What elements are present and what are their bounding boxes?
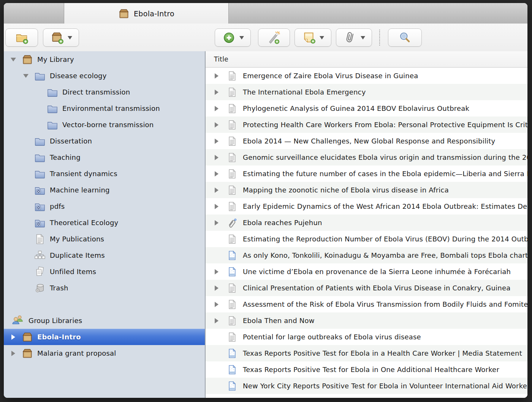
triangle-glyph: [11, 334, 15, 340]
title-column-header[interactable]: Title: [206, 51, 527, 68]
add-by-identifier-button[interactable]: [258, 28, 290, 47]
sidebar-item-malaria-grant-proposal[interactable]: Malaria grant proposal: [4, 345, 205, 361]
disclosure-right-icon[interactable]: [215, 171, 222, 177]
disclosure-right-icon[interactable]: [215, 302, 222, 307]
disclosure-right-icon[interactable]: [215, 106, 222, 111]
sidebar-item-label: My Library: [37, 55, 74, 63]
table-row[interactable]: Clinical Presentation of Patients with E…: [206, 280, 527, 296]
sidebar-item-transient-dynamics[interactable]: Transient dynamics: [4, 166, 205, 182]
advanced-search-button[interactable]: [388, 28, 422, 47]
triangle-glyph: [215, 90, 218, 95]
sidebar-item-vector-borne-transmission[interactable]: Vector-borne transmission: [4, 117, 205, 133]
disclosure-right-icon[interactable]: [9, 334, 17, 340]
sidebar-item-unfiled-items[interactable]: Unfiled Items: [4, 263, 205, 280]
document-icon: [227, 87, 238, 98]
document-icon: [227, 332, 238, 342]
sidebar-item-environmental-transmission[interactable]: Environmental transmission: [4, 100, 205, 117]
new-collection-button[interactable]: [5, 28, 38, 47]
wand-icon: [267, 31, 281, 45]
new-note-button[interactable]: [294, 28, 331, 47]
table-row[interactable]: Mapping the zoonotic niche of Ebola viru…: [206, 182, 527, 198]
disclosure-right-icon[interactable]: [215, 122, 222, 128]
disclosure-down-icon[interactable]: [22, 74, 30, 78]
table-row[interactable]: Ebola reaches Pujehun: [206, 214, 527, 231]
tab-bar: Ebola-Intro: [4, 3, 527, 24]
tab-ebola-intro[interactable]: Ebola-Intro: [64, 3, 229, 24]
table-row[interactable]: New York City Reports Positive Test for …: [206, 378, 527, 394]
table-row[interactable]: Emergence of Zaire Ebola Virus Disease i…: [206, 68, 527, 84]
triangle-glyph: [215, 285, 218, 291]
table-row[interactable]: Protecting Health Care Workers From Ebol…: [206, 117, 527, 133]
item-title: Mapping the zoonotic niche of Ebola viru…: [243, 186, 449, 194]
sidebar-item-theoretical-ecology[interactable]: Theoretical Ecology: [4, 214, 205, 231]
smart-folder-icon: [34, 201, 46, 212]
sidebar-item-machine-learning[interactable]: Machine learning: [4, 182, 205, 198]
folder-icon: [34, 152, 46, 163]
sidebar-item-ebola-intro[interactable]: Ebola-Intro: [4, 329, 205, 345]
table-row[interactable]: [206, 394, 527, 398]
folder-plus-icon: [15, 31, 29, 45]
sidebar-item-teaching[interactable]: Teaching: [4, 149, 205, 166]
table-row[interactable]: Ebola 2014 — New Challenges, New Global …: [206, 133, 527, 149]
document-icon: [34, 233, 46, 245]
disclosure-right-icon[interactable]: [215, 220, 222, 225]
table-row[interactable]: Potential for large outbreaks of Ebola v…: [206, 329, 527, 345]
trash-icon: [34, 282, 46, 294]
sidebar-item-label: Ebola-Intro: [37, 333, 81, 341]
disclosure-down-icon[interactable]: [9, 58, 17, 61]
zotero-window: Ebola-Intro My LibraryDisease ecologyDir…: [4, 3, 527, 398]
folder-icon: [34, 168, 46, 180]
folder-icon: [34, 136, 46, 147]
disclosure-right-icon[interactable]: [215, 269, 222, 274]
add-attachment-button[interactable]: [336, 28, 372, 47]
table-row[interactable]: Texas Reports Positive Test for Ebola in…: [206, 345, 527, 361]
disclosure-right-icon[interactable]: [215, 204, 222, 209]
table-row[interactable]: Estimating the future number of cases in…: [206, 166, 527, 182]
table-row[interactable]: Assessment of the Risk of Ebola Virus Tr…: [206, 296, 527, 312]
table-row[interactable]: Genomic surveillance elucidates Ebola vi…: [206, 149, 527, 166]
sidebar-item-direct-transmission[interactable]: Direct transmission: [4, 84, 205, 100]
sidebar-item-my-library[interactable]: My Library: [4, 51, 205, 68]
table-row[interactable]: Estimating the Reproduction Number of Eb…: [206, 231, 527, 247]
sidebar-item-trash[interactable]: Trash: [4, 280, 205, 296]
item-title: Estimating the future number of cases in…: [243, 170, 527, 178]
sidebar-item-label: Disease ecology: [50, 72, 107, 80]
table-row[interactable]: The International Ebola Emergency: [206, 84, 527, 100]
sidebar-item-disease-ecology[interactable]: Disease ecology: [4, 68, 205, 84]
disclosure-right-icon[interactable]: [215, 318, 222, 323]
disclosure-right-icon[interactable]: [215, 155, 222, 160]
document-icon: [227, 169, 238, 179]
disclosure-right-icon[interactable]: [215, 285, 222, 291]
new-library-button[interactable]: [43, 28, 79, 47]
triangle-glyph: [215, 204, 218, 209]
disclosure-right-icon[interactable]: [215, 90, 222, 95]
toolbar-separator: [379, 30, 380, 46]
triangle-glyph: [215, 318, 218, 323]
sidebar-item-pdfs[interactable]: pdfs: [4, 198, 205, 214]
document-icon: [227, 315, 238, 326]
table-row[interactable]: As only Kono, Tonkolili, Koinadugu & Moy…: [206, 247, 527, 263]
table-row[interactable]: Texas Reports Positive Test for Ebola in…: [206, 361, 527, 378]
sidebar-item-dissertation[interactable]: Dissertation: [4, 133, 205, 149]
sidebar-item-label: Vector-borne transmission: [62, 121, 154, 129]
document-icon: [227, 136, 238, 147]
table-row[interactable]: Une victime d’Ebola en provenance de la …: [206, 263, 527, 280]
table-row[interactable]: Phylogenetic Analysis of Guinea 2014 EBO…: [206, 100, 527, 117]
item-title: Estimating the Reproduction Number of Eb…: [243, 235, 527, 243]
new-item-button[interactable]: [215, 28, 251, 47]
disclosure-right-icon[interactable]: [215, 139, 222, 144]
document-icon: [227, 397, 238, 398]
library-icon: [22, 331, 33, 343]
main-toolbar: [4, 24, 527, 52]
note-plus-icon: [302, 31, 316, 45]
disclosure-right-icon[interactable]: [215, 73, 222, 79]
sidebar-item-label: pdfs: [50, 202, 65, 210]
table-row[interactable]: Ebola Then and Now: [206, 312, 527, 329]
disclosure-right-icon[interactable]: [9, 351, 17, 356]
disclosure-right-icon[interactable]: [215, 188, 222, 193]
sidebar-item-my-publications[interactable]: My Publications: [4, 231, 205, 247]
table-row[interactable]: Early Epidemic Dynamics of the West Afri…: [206, 198, 527, 214]
sidebar-item-label: Trash: [50, 284, 68, 292]
sidebar-item-group-libraries[interactable]: Group Libraries: [4, 312, 205, 329]
sidebar-item-duplicate-items[interactable]: Duplicate Items: [4, 247, 205, 263]
